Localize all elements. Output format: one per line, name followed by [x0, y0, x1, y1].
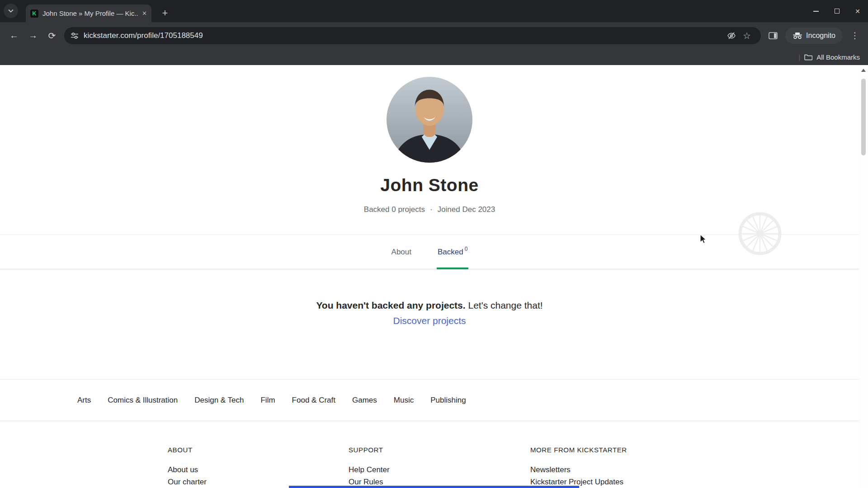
footer-column-about: ABOUT About us Our charter	[168, 446, 207, 488]
tab-close-icon[interactable]: ✕	[142, 10, 147, 17]
footer-heading-about: ABOUT	[168, 446, 207, 454]
minimize-button[interactable]	[806, 0, 826, 22]
category-design-tech[interactable]: Design & Tech	[194, 396, 244, 405]
footer-heading-more: MORE FROM KICKSTARTER	[530, 446, 627, 454]
footer-link-about-us[interactable]: About us	[168, 464, 207, 476]
browser-tab[interactable]: K John Stone » My Profile — Kic... ✕	[26, 5, 151, 22]
side-panel-button[interactable]	[765, 28, 781, 43]
kickstarter-profile-page: John Stone Backed 0 projects · Joined De…	[0, 65, 859, 488]
category-music[interactable]: Music	[394, 396, 414, 405]
chevron-down-icon	[8, 9, 14, 13]
avatar-photo	[387, 77, 472, 163]
category-food-craft[interactable]: Food & Craft	[292, 396, 335, 405]
empty-state: You haven't backed any projects. Let's c…	[0, 299, 859, 327]
footer-heading-support: SUPPORT	[349, 446, 390, 454]
scrollbar-up-button[interactable]	[859, 65, 868, 75]
minimize-icon	[813, 11, 819, 12]
maximize-button[interactable]	[826, 0, 847, 22]
window-controls: ✕	[806, 0, 868, 22]
url-text[interactable]: kickstarter.com/profile/1705188549	[84, 31, 724, 40]
browser-chrome: K John Stone » My Profile — Kic... ✕ + ✕…	[0, 0, 868, 65]
category-arts[interactable]: Arts	[77, 396, 91, 405]
footer-category-nav: Arts Comics & Illustration Design & Tech…	[0, 379, 859, 421]
close-button[interactable]: ✕	[847, 0, 868, 22]
footer-accent-bar	[289, 486, 579, 488]
eye-off-button[interactable]	[724, 28, 739, 43]
menu-button[interactable]: ⋮	[847, 27, 863, 45]
backed-count-badge: 0	[465, 246, 468, 252]
tune-icon	[71, 32, 79, 40]
folder-icon	[804, 54, 812, 61]
all-bookmarks-button[interactable]: All Bookmarks	[816, 53, 860, 61]
bookmarks-bar: | All Bookmarks	[0, 49, 868, 65]
kickstarter-favicon-icon: K	[30, 9, 38, 18]
footer-column-more: MORE FROM KICKSTARTER Newsletters Kickst…	[530, 446, 627, 488]
tab-title: John Stone » My Profile — Kic...	[42, 9, 138, 17]
footer-link-help-center[interactable]: Help Center	[349, 464, 390, 476]
category-comics-illustration[interactable]: Comics & Illustration	[108, 396, 178, 405]
pinwheel-watermark-icon	[737, 211, 783, 256]
avatar	[387, 77, 472, 163]
tab-search-button[interactable]	[4, 4, 18, 18]
category-publishing[interactable]: Publishing	[430, 396, 466, 405]
reload-button[interactable]: ⟳	[42, 26, 61, 45]
scroll-up-icon	[861, 69, 866, 72]
scrollbar-thumb[interactable]	[861, 79, 866, 155]
back-button[interactable]: ←	[5, 26, 24, 45]
footer-links: ABOUT About us Our charter SUPPORT Help …	[0, 421, 859, 488]
maximize-icon	[835, 9, 840, 14]
scrollbar[interactable]	[859, 65, 868, 488]
page-title: John Stone	[0, 175, 859, 195]
profile-meta: Backed 0 projects · Joined Dec 2023	[0, 205, 859, 214]
tab-backed[interactable]: Backed0	[437, 235, 468, 269]
incognito-label: Incognito	[806, 32, 835, 40]
eye-off-icon	[727, 31, 736, 40]
footer-link-newsletters[interactable]: Newsletters	[530, 464, 627, 476]
tab-about[interactable]: About	[391, 235, 412, 269]
footer-column-support: SUPPORT Help Center Our Rules	[349, 446, 390, 488]
meta-separator: ·	[430, 205, 433, 214]
bookmark-star-button[interactable]: ☆	[739, 28, 755, 43]
backed-count-text: Backed 0 projects	[364, 205, 425, 214]
discover-projects-link[interactable]: Discover projects	[393, 314, 466, 327]
category-film[interactable]: Film	[260, 396, 275, 405]
empty-state-headline: You haven't backed any projects. Let's c…	[0, 299, 859, 311]
side-panel-icon	[769, 32, 778, 39]
incognito-icon	[793, 33, 802, 39]
bookmarks-separator: |	[798, 53, 800, 61]
joined-date-text: Joined Dec 2023	[438, 205, 495, 214]
browser-toolbar: ← → ⟳ kickstarter.com/profile/1705188549…	[0, 22, 868, 49]
incognito-badge: Incognito	[785, 28, 843, 44]
forward-button[interactable]: →	[24, 26, 42, 45]
profile-tab-nav: About Backed0	[0, 235, 859, 269]
category-games[interactable]: Games	[352, 396, 377, 405]
new-tab-button[interactable]: +	[158, 6, 172, 20]
footer-link-our-charter[interactable]: Our charter	[168, 476, 207, 488]
tab-strip: K John Stone » My Profile — Kic... ✕ + ✕	[0, 0, 868, 22]
address-bar[interactable]: kickstarter.com/profile/1705188549 ☆	[64, 27, 761, 44]
star-icon: ☆	[743, 30, 751, 41]
